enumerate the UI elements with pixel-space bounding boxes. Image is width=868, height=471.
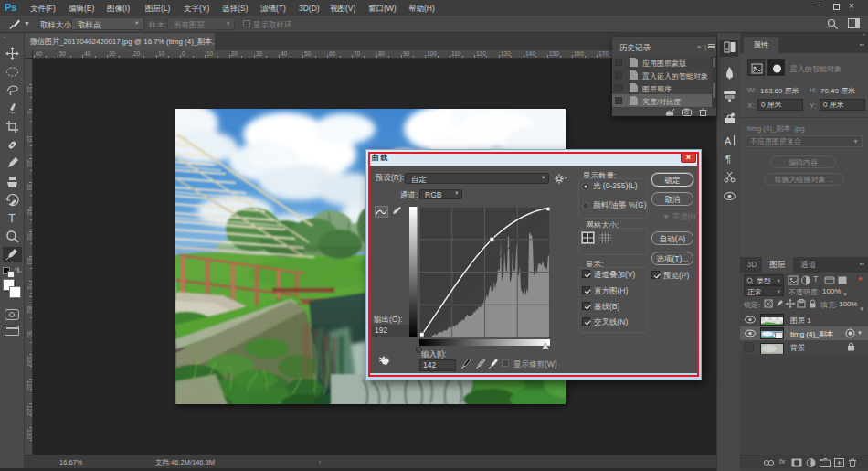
svg-text:T: T	[8, 211, 16, 225]
svg-text:A: A	[725, 135, 732, 146]
svg-text:¶: ¶	[725, 154, 731, 165]
